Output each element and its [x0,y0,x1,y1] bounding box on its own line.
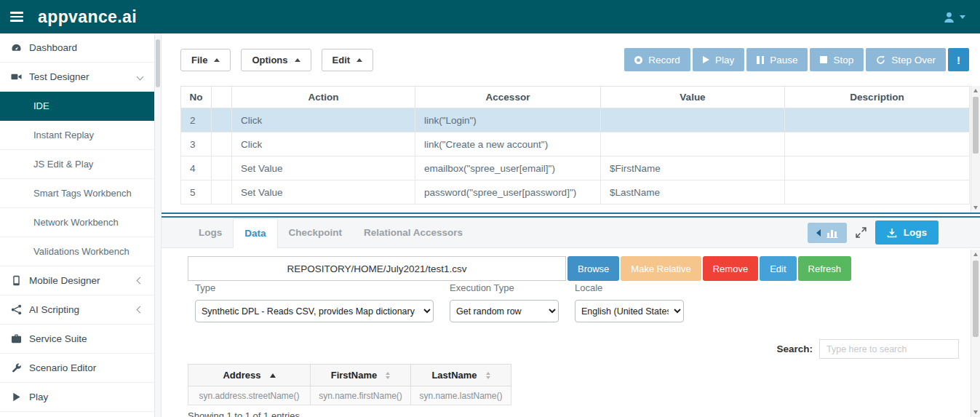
stop-label: Stop [833,55,853,65]
play-icon [10,392,22,403]
remove-button[interactable]: Remove [703,256,758,281]
dataset-header-row: Address FirstName LastName [188,365,511,386]
refresh-button[interactable]: Refresh [798,256,852,281]
search-input[interactable] [819,339,959,359]
step-no: 2 [181,108,212,132]
sidebar-item-label: AI Scripting [29,304,79,315]
tab-label: Relational Accessors [364,227,463,238]
locale-select[interactable]: English (United States) [575,300,684,322]
alert-button[interactable]: ! [948,48,969,71]
share-nodes-icon [10,304,22,316]
execution-type-select[interactable]: Get random row [450,300,559,322]
expand-icon[interactable] [856,227,867,238]
app-window: appvance.ai Dashboard Test Designer IDE … [0,0,980,417]
execution-type-label: Execution Type [450,282,559,293]
column-header-value: Value [601,87,785,108]
step-breakpoint-cell[interactable] [212,156,232,180]
stop-button[interactable]: Stop [810,48,864,71]
tab-relational-accessors[interactable]: Relational Accessors [353,218,474,247]
panel-splitter[interactable] [162,213,980,218]
step-row-2[interactable]: 2 Click link("Login") [181,108,970,132]
play-icon [703,56,709,63]
tab-checkpoint[interactable]: Checkpoint [278,218,354,247]
sidebar-scrollbar[interactable] [155,33,162,417]
step-breakpoint-cell[interactable] [212,132,232,156]
briefcase-icon [10,333,22,345]
sidebar-item-validations-workbench[interactable]: Validations Workbench [0,237,154,266]
dataset-column-address[interactable]: Address [188,365,311,386]
type-select[interactable]: Synthetic DPL - Reads CSV, provides Map … [195,300,434,322]
user-menu[interactable] [943,11,965,23]
sidebar: Dashboard Test Designer IDE Instant Repl… [0,33,155,417]
sidebar-item-scenario-editor[interactable]: Scenario Editor [0,354,154,383]
step-over-label: Step Over [891,55,936,65]
hamburger-menu-icon[interactable] [0,12,33,22]
pause-icon [757,56,764,64]
step-value [601,108,785,132]
make-relative-button[interactable]: Make Relative [621,256,701,281]
sidebar-item-dashboard[interactable]: Dashboard [0,33,154,63]
sidebar-item-ide[interactable]: IDE [0,92,154,121]
step-breakpoint-cell[interactable] [212,108,232,132]
scroll-up-arrow-icon[interactable] [971,86,980,95]
sidebar-item-network-workbench[interactable]: Network Workbench [0,208,154,237]
chevron-down-icon [137,74,144,81]
step-action: Set Value [232,156,415,180]
panel-scroll-thumb[interactable] [973,261,979,337]
browse-button[interactable]: Browse [567,256,619,281]
sort-both-icon [386,372,390,379]
panel-scrollbar[interactable] [971,250,980,417]
steps-scroll-thumb[interactable] [973,97,979,154]
step-accessor: emailbox("spree_user[email]") [415,156,601,180]
download-logs-button[interactable]: Logs [875,221,939,245]
sidebar-item-instant-replay[interactable]: Instant Replay [0,121,154,150]
play-button[interactable]: Play [693,48,744,71]
file-menu-button[interactable]: File [180,49,231,71]
sidebar-item-service-suite[interactable]: Service Suite [0,325,154,354]
sidebar-scroll-thumb[interactable] [156,39,160,87]
step-row-5[interactable]: 5 Set Value password("spree_user[passwor… [181,180,970,204]
type-label: Type [195,282,434,293]
dataset-column-lastname[interactable]: LastName [411,365,511,386]
sidebar-item-label: Instant Replay [33,130,94,140]
step-over-button[interactable]: Step Over [866,48,946,71]
dataset-cell-lastname: syn.name.lastName() [411,386,511,405]
column-header-breakpoint [212,87,232,108]
step-row-4[interactable]: 4 Set Value emailbox("spree_user[email]"… [181,156,970,180]
tab-label: Logs [199,227,222,238]
steps-scrollbar[interactable] [971,86,980,213]
sidebar-item-label: Service Suite [29,333,87,344]
caret-up-icon [356,58,362,62]
dataset-row[interactable]: syn.address.streetName() syn.name.firstN… [188,386,511,405]
edit-button[interactable]: Edit [760,256,796,281]
step-no: 4 [181,156,212,180]
tab-logs[interactable]: Logs [188,218,233,247]
step-breakpoint-cell[interactable] [212,180,232,204]
dashboard-icon [10,42,22,54]
video-camera-icon [10,71,22,83]
sidebar-item-mobile-designer[interactable]: Mobile Designer [0,266,154,295]
sidebar-item-label: Network Workbench [33,217,119,228]
scroll-down-arrow-icon[interactable] [971,408,980,417]
dataset-path-input[interactable] [188,256,566,281]
scroll-down-arrow-icon[interactable] [971,203,980,213]
options-menu-button[interactable]: Options [241,49,311,71]
pause-button[interactable]: Pause [746,48,808,71]
step-action: Set Value [232,180,415,204]
sidebar-item-ai-scripting[interactable]: AI Scripting [0,295,154,325]
sidebar-item-smart-tags-workbench[interactable]: Smart Tags Workbench [0,179,154,208]
edit-menu-button[interactable]: Edit [322,49,374,71]
step-row-3[interactable]: 3 Click link("Create a new account") [181,132,970,156]
record-button[interactable]: Record [624,48,690,71]
app-logo: appvance.ai [38,7,137,27]
sidebar-item-play[interactable]: Play [0,383,154,412]
chevron-left-icon [137,277,144,285]
collapse-chart-button[interactable] [808,223,847,243]
sidebar-item-js-edit-play[interactable]: JS Edit & Play [0,150,154,179]
tab-data[interactable]: Data [233,218,277,248]
ide-toolbar: File Options Edit Record [162,33,980,86]
sidebar-item-test-designer[interactable]: Test Designer [0,63,154,92]
step-no: 3 [181,132,212,156]
dataset-column-firstname[interactable]: FirstName [311,365,411,386]
scroll-up-arrow-icon[interactable] [971,250,980,259]
